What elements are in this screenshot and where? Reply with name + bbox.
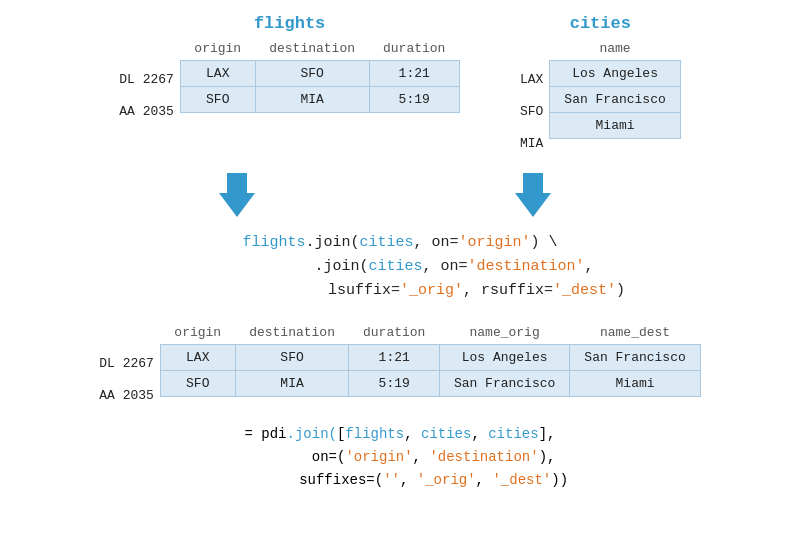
bottom-outer: DL 2267 AA 2035 origin destination durat… [99, 321, 701, 411]
bc-suffixes-kw: suffixes=( [232, 472, 383, 488]
code-comma-2: , [585, 258, 594, 275]
table-row: Los Angeles [550, 61, 680, 87]
arrow-down-right [515, 173, 551, 217]
code-indent-join2: .join( [206, 258, 368, 275]
bc-join-fn: .join( [287, 426, 337, 442]
bottom-r1-c2: 5:19 [349, 371, 439, 397]
code-line-1: flights.join(cities, on='origin') \ [175, 231, 625, 255]
bc-close-on: ), [539, 449, 556, 465]
bottom-col-destination: destination [235, 321, 349, 345]
bottom-r0-c4: San Francisco [570, 345, 700, 371]
bottom-code-line-3: suffixes=('', '_orig', '_dest')) [232, 469, 568, 492]
bc-comma1: , [404, 426, 421, 442]
cities-table-wrapper: cities LAX SFO MIA name L [520, 14, 681, 159]
bottom-code-block: = pdi.join([flights, cities, cities], on… [232, 423, 568, 492]
flights-r0-c0: LAX [180, 61, 255, 87]
bottom-table: origin destination duration name_orig na… [160, 321, 701, 397]
code-line-2: .join(cities, on='destination', [175, 255, 625, 279]
code-orig-str: '_orig' [400, 282, 463, 299]
bottom-code-line-2: on=('origin', 'destination'), [232, 446, 568, 469]
bc-cities1: cities [421, 426, 471, 442]
bc-cities2: cities [488, 426, 538, 442]
bc-on-kw: on=( [245, 449, 346, 465]
bc-comma3: , [413, 449, 430, 465]
code-on-1: , on= [413, 234, 458, 251]
bottom-row-labels: DL 2267 AA 2035 [99, 321, 160, 411]
bottom-col-name-orig: name_orig [439, 321, 569, 345]
table-row: SFO MIA 5:19 San Francisco Miami [160, 371, 700, 397]
cities-row-label-1: SFO [520, 95, 549, 127]
table-row: Miami [550, 113, 680, 139]
cities-row-labels: LAX SFO MIA [520, 37, 549, 159]
code-flights-kw: flights [242, 234, 305, 251]
cities-row-label-0: LAX [520, 63, 549, 95]
code-origin-str: 'origin' [459, 234, 531, 251]
flights-title: flights [254, 14, 325, 33]
table-row: LAX SFO 1:21 Los Angeles San Francisco [160, 345, 700, 371]
bc-origin-str: 'origin' [345, 449, 412, 465]
code-lsuffix-kw: lsuffix= [175, 282, 400, 299]
flights-table: origin destination duration LAX SFO 1:21… [180, 37, 460, 113]
code-cities-kw-1: cities [359, 234, 413, 251]
arrows-row [20, 173, 780, 217]
bottom-r1-c0: SFO [160, 371, 235, 397]
bc-eq: = pdi [245, 426, 287, 442]
flights-table-wrapper: flights DL 2267 AA 2035 origin destinati… [119, 14, 460, 127]
code-rsuffix-kw: , rsuffix= [463, 282, 553, 299]
bottom-col-name-dest: name_dest [570, 321, 700, 345]
flights-col-destination: destination [255, 37, 369, 61]
bottom-r1-c4: Miami [570, 371, 700, 397]
bottom-r0-c1: SFO [235, 345, 349, 371]
bc-destination-str: 'destination' [429, 449, 538, 465]
bottom-r0-c0: LAX [160, 345, 235, 371]
bc-orig-str: '_orig' [417, 472, 476, 488]
flights-r1-c1: MIA [255, 87, 369, 113]
code-line-3: lsuffix='_orig', rsuffix='_dest') [175, 279, 625, 303]
cities-r1-value: San Francisco [550, 87, 680, 113]
code-close-paren: ) [616, 282, 625, 299]
bottom-row-label-0: DL 2267 [99, 347, 160, 379]
bottom-code-line-1: = pdi.join([flights, cities, cities], [232, 423, 568, 446]
cities-table: name Los Angeles San Francisco Miami [549, 37, 680, 139]
cities-col-name: name [550, 37, 680, 61]
bc-comma4: , [400, 472, 417, 488]
flights-outer: DL 2267 AA 2035 origin destination durat… [119, 37, 460, 127]
flights-row-labels: DL 2267 AA 2035 [119, 37, 180, 127]
code-cities-kw-2: cities [368, 258, 422, 275]
cities-r0-value: Los Angeles [550, 61, 680, 87]
flights-r0-c1: SFO [255, 61, 369, 87]
arrow-down-left [219, 173, 255, 217]
bottom-r0-c2: 1:21 [349, 345, 439, 371]
code-dot-join-1: .join( [305, 234, 359, 251]
bc-dest-str: '_dest' [492, 472, 551, 488]
bottom-section: DL 2267 AA 2035 origin destination durat… [20, 321, 780, 492]
flights-col-origin: origin [180, 37, 255, 61]
table-row: SFO MIA 5:19 [180, 87, 459, 113]
cities-row-label-2: MIA [520, 127, 549, 159]
page: flights DL 2267 AA 2035 origin destinati… [20, 10, 780, 492]
flights-r0-c2: 1:21 [369, 61, 459, 87]
bc-comma5: , [476, 472, 493, 488]
flights-r1-c0: SFO [180, 87, 255, 113]
bottom-col-duration: duration [349, 321, 439, 345]
bottom-col-origin: origin [160, 321, 235, 345]
bc-comma2: , [471, 426, 488, 442]
bc-close-all: )) [551, 472, 568, 488]
cities-title: cities [570, 14, 631, 33]
bc-flights: flights [345, 426, 404, 442]
bottom-row-label-1: AA 2035 [99, 379, 160, 411]
flights-r1-c2: 5:19 [369, 87, 459, 113]
code-on-2: , on= [422, 258, 467, 275]
cities-outer: LAX SFO MIA name Los Angeles [520, 37, 681, 159]
bottom-r1-c3: San Francisco [439, 371, 569, 397]
bc-empty-str: '' [383, 472, 400, 488]
bottom-r0-c3: Los Angeles [439, 345, 569, 371]
flights-row-label-0: DL 2267 [119, 63, 180, 95]
table-row: LAX SFO 1:21 [180, 61, 459, 87]
code-close-backslash: ) \ [531, 234, 558, 251]
code-dest-str: '_dest' [553, 282, 616, 299]
top-section: flights DL 2267 AA 2035 origin destinati… [20, 14, 780, 159]
flights-row-label-1: AA 2035 [119, 95, 180, 127]
table-row: San Francisco [550, 87, 680, 113]
bottom-r1-c1: MIA [235, 371, 349, 397]
